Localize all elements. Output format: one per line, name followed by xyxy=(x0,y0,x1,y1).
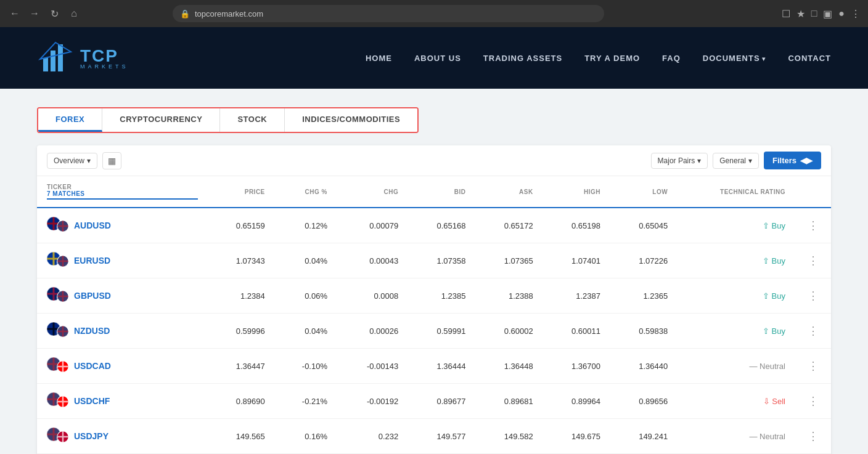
technical-rating-cell: ⇧ Buy xyxy=(678,278,795,314)
asset-tabs: FOREX CRYPTOCURRENCY STOCK INDICES/COMMO… xyxy=(37,107,419,133)
chg-pct-cell: 0.04% xyxy=(275,314,337,349)
ticker-cell[interactable]: NZDUSD xyxy=(37,314,208,349)
table-row[interactable]: NZDUSD 0.59996 0.04% 0.00026 0.59991 0.6… xyxy=(37,314,831,349)
table-row[interactable]: EURUSD 1.07343 0.04% 0.00043 1.07358 1.0… xyxy=(37,243,831,278)
nav-contact[interactable]: CONTACT xyxy=(788,54,831,63)
more-options-cell[interactable]: ⋮ xyxy=(795,349,831,384)
bid-cell: 1.07358 xyxy=(408,243,475,278)
high-cell: 0.89964 xyxy=(543,384,610,419)
svg-rect-0 xyxy=(43,58,48,71)
logo-area[interactable]: TCP MARKETS xyxy=(37,39,129,76)
low-cell: 1.36440 xyxy=(610,349,678,384)
more-options-cell[interactable]: ⋮ xyxy=(795,208,831,243)
nav-demo[interactable]: TRY A DEMO xyxy=(584,54,640,63)
ticker-name[interactable]: NZDUSD xyxy=(74,326,110,336)
flag-pair-icon xyxy=(47,287,69,304)
tab-stock[interactable]: STOCK xyxy=(220,108,285,132)
nav-home[interactable]: HOME xyxy=(366,54,392,63)
table-row[interactable]: USDCHF 0.89690 -0.21% -0.00192 0.89677 0… xyxy=(37,384,831,419)
nav-documents[interactable]: DOCUMENTS xyxy=(703,54,766,63)
price-cell: 1.2384 xyxy=(208,278,275,314)
refresh-button[interactable]: ↻ xyxy=(47,6,62,21)
cast-icon[interactable]: ☐ xyxy=(782,8,790,20)
major-pairs-dropdown[interactable]: Major Pairs ▾ xyxy=(651,153,708,169)
more-options-icon[interactable]: ⋮ xyxy=(805,357,821,375)
more-options-cell[interactable]: ⋮ xyxy=(795,419,831,454)
url-text: topcoremarket.com xyxy=(195,9,263,18)
chg-pct-cell: -0.10% xyxy=(275,349,337,384)
flag-pair-icon xyxy=(47,392,69,410)
header-chg: CHG xyxy=(337,176,408,208)
bid-cell: 0.59991 xyxy=(408,314,475,349)
price-cell: 1.07343 xyxy=(208,243,275,278)
ask-cell: 149.582 xyxy=(475,419,542,454)
ticker-cell[interactable]: AUDUSD xyxy=(37,208,208,243)
ticker-cell[interactable]: GBPUSD xyxy=(37,278,208,314)
header-technical-rating: TECHNICAL RATING xyxy=(678,176,795,208)
major-pairs-label: Major Pairs xyxy=(658,156,695,165)
ticker-name[interactable]: EURUSD xyxy=(74,256,110,266)
security-icon: 🔒 xyxy=(180,9,190,18)
more-options-cell[interactable]: ⋮ xyxy=(795,278,831,314)
more-options-cell[interactable]: ⋮ xyxy=(795,384,831,419)
major-pairs-arrow: ▾ xyxy=(697,156,701,165)
ticker-name[interactable]: USDCHF xyxy=(74,396,110,406)
star-icon[interactable]: ★ xyxy=(796,8,805,20)
nav-trading[interactable]: TRADING ASSETS xyxy=(483,54,562,63)
more-options-icon[interactable]: ⋮ xyxy=(805,287,821,304)
extensions-icon[interactable]: □ xyxy=(811,8,817,19)
more-options-icon[interactable]: ⋮ xyxy=(805,428,821,445)
header-ask: ASK xyxy=(475,176,542,208)
home-button[interactable]: ⌂ xyxy=(67,6,81,21)
address-bar[interactable]: 🔒 topcoremarket.com xyxy=(173,5,604,22)
ticker-cell[interactable]: USDJPY xyxy=(37,419,208,454)
filters-button[interactable]: Filters ◀▶ xyxy=(764,152,821,169)
ticker-name[interactable]: USDJPY xyxy=(74,431,108,441)
split-icon[interactable]: ▣ xyxy=(823,8,832,20)
table-row[interactable]: USDCAD 1.36447 -0.10% -0.00143 1.36444 1… xyxy=(37,349,831,384)
table-row[interactable]: USDJPY 149.565 0.16% 0.232 149.577 149.5… xyxy=(37,419,831,454)
high-cell: 1.07401 xyxy=(543,243,610,278)
bid-cell: 0.65168 xyxy=(408,208,475,243)
back-button[interactable]: ← xyxy=(7,6,22,21)
nav-about[interactable]: ABOUT US xyxy=(414,54,461,63)
price-cell: 1.36447 xyxy=(208,349,275,384)
more-options-cell[interactable]: ⋮ xyxy=(795,243,831,278)
rating-neutral: ― Neutral xyxy=(749,432,785,441)
ticker-name[interactable]: USDCAD xyxy=(74,361,111,371)
rating-buy: ⇧ Buy xyxy=(763,256,785,266)
flag-pair-icon xyxy=(47,217,69,234)
menu-icon[interactable]: ⋮ xyxy=(851,8,861,20)
table-row[interactable]: AUDUSD 0.65159 0.12% 0.00079 0.65168 0.6… xyxy=(37,208,831,243)
more-options-icon[interactable]: ⋮ xyxy=(805,392,821,410)
chg-cell: 0.0008 xyxy=(337,278,408,314)
ticker-cell[interactable]: USDCAD xyxy=(37,349,208,384)
header-low: LOW xyxy=(610,176,678,208)
tab-indices[interactable]: INDICES/COMMODITIES xyxy=(285,108,417,132)
chart-view-button[interactable]: ▦ xyxy=(102,152,121,169)
chg-cell: -0.00143 xyxy=(337,349,408,384)
forward-button[interactable]: → xyxy=(27,6,42,21)
table-header-row: TICKER 7 MATCHES PRICE CHG % CHG BID ASK… xyxy=(37,176,831,208)
header-more xyxy=(795,176,831,208)
more-options-icon[interactable]: ⋮ xyxy=(805,217,821,234)
more-options-cell[interactable]: ⋮ xyxy=(795,314,831,349)
general-dropdown[interactable]: General ▾ xyxy=(713,153,759,169)
more-options-icon[interactable]: ⋮ xyxy=(805,252,821,269)
ticker-cell[interactable]: EURUSD xyxy=(37,243,208,278)
ticker-name[interactable]: GBPUSD xyxy=(74,291,111,301)
ask-cell: 0.60002 xyxy=(475,314,542,349)
ticker-cell[interactable]: USDCHF xyxy=(37,384,208,419)
ticker-name[interactable]: AUDUSD xyxy=(74,221,111,230)
technical-rating-cell: ― Neutral xyxy=(678,349,795,384)
table-row[interactable]: GBPUSD 1.2384 0.06% 0.0008 1.2385 1.2388… xyxy=(37,278,831,314)
overview-button[interactable]: Overview ▾ xyxy=(47,153,97,169)
tab-forex[interactable]: FOREX xyxy=(38,108,102,132)
more-options-icon[interactable]: ⋮ xyxy=(805,322,821,339)
profile-icon[interactable]: ● xyxy=(838,8,845,19)
nav-faq[interactable]: FAQ xyxy=(662,54,681,63)
header-price: PRICE xyxy=(208,176,275,208)
site-header: TCP MARKETS HOME ABOUT US TRADING ASSETS… xyxy=(0,27,868,89)
tab-crypto[interactable]: CRYPTOCURRENCY xyxy=(102,108,220,132)
flag-pair-icon xyxy=(47,252,69,269)
